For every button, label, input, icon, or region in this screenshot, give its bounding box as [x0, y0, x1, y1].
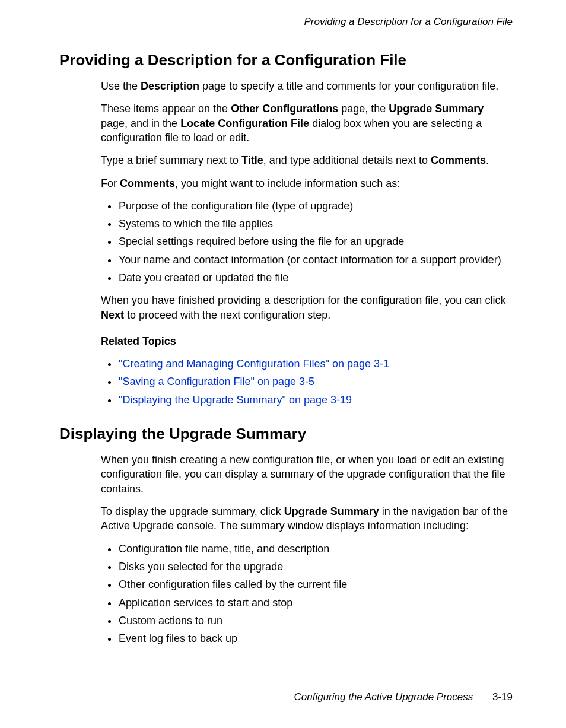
- para: When you finish creating a new configura…: [101, 453, 513, 496]
- para: Type a brief summary next to Title, and …: [101, 153, 513, 167]
- bold: Upgrade Summary: [389, 103, 484, 115]
- bold: Locate Configuration File: [180, 117, 309, 129]
- related-link[interactable]: "Saving a Configuration File" on page 3-…: [119, 376, 314, 387]
- text: Use the: [101, 80, 141, 92]
- list-item: Systems to which the file applies: [117, 217, 513, 231]
- bullet-list: Configuration file name, title, and desc…: [101, 542, 513, 646]
- list-item: Disks you selected for the upgrade: [117, 559, 513, 574]
- related-link[interactable]: "Displaying the Upgrade Summary" on page…: [119, 394, 352, 406]
- text: These items appear on the: [101, 103, 231, 115]
- footer-chapter: Configuring the Active Upgrade Process: [294, 691, 473, 702]
- para: For Comments, you might want to include …: [101, 176, 513, 190]
- list-item: Your name and contact information (or co…: [117, 253, 513, 267]
- list-item: Event log files to back up: [117, 631, 513, 646]
- related-link[interactable]: "Creating and Managing Configuration Fil…: [119, 358, 389, 370]
- text: When you have finished providing a descr…: [101, 294, 505, 306]
- bold: Other Configurations: [231, 103, 338, 115]
- text: page, the: [338, 103, 389, 115]
- text: , you might want to include information …: [175, 177, 400, 189]
- footer-sep: [481, 691, 484, 702]
- bold: Title: [241, 154, 263, 166]
- page-footer: Configuring the Active Upgrade Process 3…: [294, 691, 513, 704]
- bold: Description: [141, 80, 199, 92]
- list-item: Purpose of the configuration file (type …: [117, 199, 513, 213]
- text: page, and in the: [101, 117, 180, 129]
- section2-body: When you finish creating a new configura…: [101, 453, 513, 646]
- list-item: Configuration file name, title, and desc…: [117, 542, 513, 556]
- list-item: "Displaying the Upgrade Summary" on page…: [117, 393, 513, 407]
- bold: Upgrade Summary: [284, 506, 379, 517]
- text: page to specify a title and comments for…: [199, 80, 498, 92]
- section1-body: Use the Description page to specify a ti…: [101, 79, 513, 407]
- text: To display the upgrade summary, click: [101, 506, 284, 517]
- text: , and type additional details next to: [263, 154, 431, 166]
- bold: Comments: [431, 154, 486, 166]
- list-item: Date you created or updated the file: [117, 271, 513, 285]
- list-item: Custom actions to run: [117, 613, 513, 628]
- bullet-list: Purpose of the configuration file (type …: [101, 199, 513, 285]
- list-item: "Creating and Managing Configuration Fil…: [117, 357, 513, 371]
- document-page: Providing a Description for a Configurat…: [0, 0, 566, 728]
- list-item: Other configuration files called by the …: [117, 577, 513, 592]
- list-item: Special settings required before using t…: [117, 234, 513, 249]
- text: to proceed with the next configuration s…: [124, 309, 330, 321]
- text: Type a brief summary next to: [101, 154, 241, 166]
- footer-page-number: 3-19: [492, 691, 513, 702]
- section1-title: Providing a Description for a Configurat…: [59, 50, 513, 71]
- bold: Next: [101, 309, 124, 321]
- para: Use the Description page to specify a ti…: [101, 79, 513, 93]
- text: .: [486, 154, 489, 166]
- running-head: Providing a Description for a Configurat…: [59, 15, 513, 29]
- bold: Comments: [120, 177, 175, 189]
- list-item: Application services to start and stop: [117, 596, 513, 610]
- text: For: [101, 177, 120, 189]
- header-rule: [59, 33, 513, 33]
- para: When you have finished providing a descr…: [101, 293, 513, 322]
- related-topics-heading: Related Topics: [101, 334, 513, 348]
- list-item: "Saving a Configuration File" on page 3-…: [117, 374, 513, 389]
- section2-title: Displaying the Upgrade Summary: [59, 424, 513, 444]
- related-topics-list: "Creating and Managing Configuration Fil…: [101, 357, 513, 407]
- para: These items appear on the Other Configur…: [101, 101, 513, 145]
- para: To display the upgrade summary, click Up…: [101, 504, 513, 533]
